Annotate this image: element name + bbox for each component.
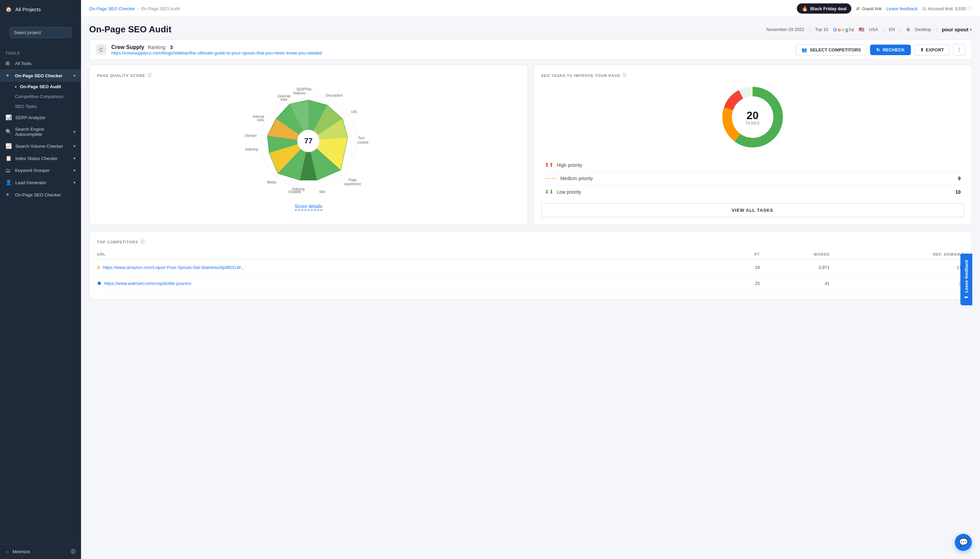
- competitor-url-text: https://www.walmart.com/c/ep/bottle-pour…: [104, 281, 191, 286]
- sidebar-item-search-engine-autocomplete[interactable]: 🔍 Search Engine Autocomplete ▾: [0, 124, 81, 140]
- medium-priority-label: Medium priority: [560, 176, 593, 181]
- chat-icon: 💬: [959, 538, 968, 547]
- sidebar-item-keyword-grouper[interactable]: 🗂 Keyword Grouper ▾: [0, 164, 81, 176]
- recheck-label: RECHECK: [882, 47, 904, 53]
- device-icon: 🖥: [906, 27, 910, 32]
- language-label: EN: [889, 27, 895, 32]
- page-header: On-Page SEO Audit November-29 2022 | Top…: [89, 24, 972, 35]
- competitor-url-link[interactable]: ✸ https://www.walmart.com/c/ep/bottle-po…: [97, 280, 736, 287]
- sidebar-header[interactable]: 🏠 All Projects: [0, 0, 81, 19]
- crew-supply-logo: C: [96, 45, 106, 55]
- sidebar-item-label: Lead Generator: [15, 180, 46, 185]
- fire-icon: 🔥: [802, 5, 808, 12]
- competitors-icon: 👥: [802, 47, 807, 53]
- sub-item-label: SEO Tasks: [15, 104, 37, 109]
- table-header: URL PT WORDS REF. DOMAINS: [97, 250, 964, 260]
- chevron-down-icon: ▾: [74, 180, 76, 185]
- low-priority-label: Low priority: [557, 189, 582, 195]
- sidebar-item-search-volume-checker[interactable]: 📈 Search Volume Checker ▾: [0, 140, 81, 152]
- feedback-arrow-icon: ⬆: [964, 296, 969, 299]
- info-icon[interactable]: ⓘ: [140, 239, 145, 245]
- high-priority-label: High priority: [557, 162, 582, 168]
- sidebar-sub-item-on-page-seo-audit[interactable]: On-Page SEO Audit: [15, 82, 81, 92]
- home-icon: 🏠: [5, 6, 12, 12]
- sidebar-item-serp-analyzer[interactable]: 📊 SERP Analyzer: [0, 111, 81, 124]
- sidebar-item-lead-generator[interactable]: 👤 Lead Generator ▾: [0, 176, 81, 189]
- user-dropdown[interactable]: pour spout ▾: [942, 26, 972, 32]
- recheck-button[interactable]: ↻ RECHECK: [870, 45, 911, 55]
- account-limit: ⊙ Account limit 1/100 ⓘ: [922, 5, 972, 12]
- site-details: Crew Supply Ranking: 3 https://crewsuppl…: [111, 44, 322, 56]
- sidebar: 🏠 All Projects Select project TOOLS ⊞ Al…: [0, 0, 81, 559]
- breadcrumb-current: On-Page SEO Audit: [140, 6, 180, 11]
- competitor-url-cell: a https://www.amazon.com/Liquor-Pour-Spo…: [97, 260, 736, 275]
- high-priority-row: ⬆⬆ High priority: [545, 158, 961, 172]
- more-options-button[interactable]: ⋮: [953, 44, 965, 56]
- page-title: On-Page SEO Audit: [89, 24, 172, 35]
- user-name: pour spout: [942, 26, 968, 32]
- svg-text:Title: Title: [305, 88, 312, 91]
- guest-link-button[interactable]: ⇄ Guest link: [856, 6, 882, 11]
- leave-feedback-link[interactable]: Leave feedback: [886, 6, 918, 11]
- sidebar-sub-menu: On-Page SEO Audit Competitive Comparison…: [0, 82, 81, 111]
- col-ref-domains-header: REF. DOMAINS: [830, 250, 964, 260]
- competitor-pt-cell: 28: [736, 260, 760, 275]
- sidebar-item-label: Keyword Grouper: [15, 168, 50, 173]
- svg-text:Domain: Domain: [245, 134, 257, 137]
- sidebar-sub-item-seo-tasks[interactable]: SEO Tasks: [15, 101, 81, 111]
- sidebar-item-index-status-checker[interactable]: 📋 Index Status Checker ▾: [0, 152, 81, 164]
- info-icon[interactable]: ⓘ: [147, 73, 152, 78]
- bar-chart-icon: 📊: [5, 114, 12, 121]
- medium-priority-count: 9: [958, 176, 960, 181]
- high-priority-icon: ⬆⬆: [545, 162, 554, 168]
- tasks-legend: ⬆⬆ High priority — — Medium priority 9: [541, 158, 964, 198]
- score-details-link[interactable]: Score details: [97, 203, 520, 209]
- sidebar-sub-item-competitive-comparison[interactable]: Competitive Comparison: [15, 92, 81, 101]
- sidebar-item-all-tools[interactable]: ⊞ All Tools: [0, 57, 81, 69]
- svg-text:links: links: [281, 98, 287, 101]
- checker2-icon: ✦: [5, 192, 12, 198]
- svg-text:Site: Site: [319, 190, 326, 194]
- competitor-words-cell: 3,971: [760, 260, 830, 275]
- sidebar-item-on-page-seo-checker-2[interactable]: ✦ On-Page SEO Checker: [0, 189, 81, 201]
- export-button[interactable]: ⬆ EXPORT: [914, 44, 950, 56]
- competitors-table: URL PT WORDS REF. DOMAINS a https://www.…: [97, 250, 964, 292]
- folder-icon: 🗂: [5, 167, 12, 173]
- chevron-down-icon: ▾: [74, 74, 76, 78]
- breadcrumb-root[interactable]: On-Page SEO Checker: [89, 6, 135, 11]
- sidebar-item-label: SERP Analyzer: [15, 115, 46, 120]
- select-competitors-button[interactable]: 👥 SELECT COMPETITORS: [796, 44, 867, 56]
- info-icon[interactable]: ⓘ: [622, 73, 627, 78]
- radar-chart-container: 77 Title Description URL Text content Pa…: [97, 83, 520, 201]
- project-select[interactable]: Select project: [10, 27, 71, 38]
- minimize-button[interactable]: ← Minimize ⓪: [0, 544, 81, 559]
- site-name: Crew Supply: [111, 44, 144, 50]
- score-details-anchor[interactable]: Score details: [295, 203, 322, 210]
- sidebar-item-label: On-Page SEO Checker: [15, 192, 61, 197]
- export-icon: ⬆: [920, 47, 924, 53]
- view-all-tasks-button[interactable]: VIEW ALL TASKS: [541, 203, 964, 217]
- tasks-label: TASKS: [745, 121, 760, 126]
- google-logo: Google: [833, 26, 854, 32]
- amazon-favicon: a: [97, 264, 100, 270]
- breadcrumb-separator: ›: [137, 6, 139, 11]
- site-url[interactable]: https://crewsupplyco.com/blogs/sidebar/t…: [111, 50, 322, 56]
- low-priority-count: 10: [955, 189, 960, 195]
- svg-text:Indexing: Indexing: [245, 147, 258, 151]
- svg-text:Media: Media: [267, 180, 277, 184]
- leave-feedback-tab[interactable]: ⬆ Leave feedback: [960, 254, 972, 305]
- guest-link-label: Guest link: [862, 6, 882, 11]
- medium-priority-row: — — Medium priority 9: [545, 172, 961, 185]
- sidebar-item-on-page-seo-checker[interactable]: ✦ On-Page SEO Checker ▾: [0, 69, 81, 82]
- svg-text:Text: Text: [358, 136, 365, 140]
- sub-item-label: On-Page SEO Audit: [20, 84, 61, 89]
- tools-label: TOOLS: [0, 46, 81, 57]
- chat-bubble-button[interactable]: 💬: [955, 534, 972, 551]
- competitor-url-link[interactable]: a https://www.amazon.com/Liquor-Pour-Spo…: [97, 264, 736, 270]
- svg-text:content: content: [357, 141, 369, 144]
- black-friday-button[interactable]: 🔥 Black Friday deal: [797, 3, 851, 13]
- ranking-label: Ranking:: [148, 45, 167, 50]
- device-label: Desktop: [915, 27, 931, 32]
- seo-tasks-title: SEO TASKS TO IMPROVE YOUR PAGE ⓘ: [541, 73, 964, 78]
- country-flag: 🇺🇸: [859, 27, 864, 32]
